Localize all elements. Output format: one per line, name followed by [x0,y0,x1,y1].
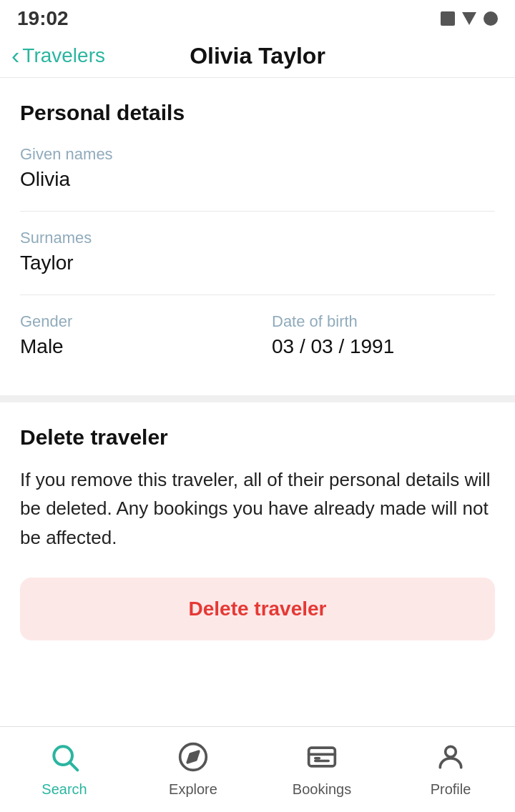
gender-label: Gender [20,312,243,331]
tab-profile[interactable]: Profile [386,727,515,812]
nav-header: ‹ Travelers Olivia Taylor [0,34,515,78]
tab-profile-label: Profile [431,781,471,798]
given-names-field: Given names Olivia [20,145,495,191]
gender-field: Gender Male [20,312,243,358]
tab-search-label: Search [41,781,87,798]
svg-marker-3 [187,751,199,763]
surnames-value: Taylor [20,252,495,274]
delete-description: If you remove this traveler, all of thei… [20,465,495,552]
search-icon [49,741,80,777]
dob-label: Date of birth [272,312,495,331]
back-label: Travelers [22,44,105,67]
given-names-value: Olivia [20,168,495,191]
surnames-field: Surnames Taylor [20,229,495,274]
dob-value: 03 / 03 / 1991 [272,335,495,358]
tab-explore[interactable]: Explore [129,727,258,812]
signal-icon [462,12,476,25]
wifi-icon [484,11,498,26]
dob-field: Date of birth 03 / 03 / 1991 [272,312,495,358]
bookings-icon [306,741,338,777]
explore-icon [177,741,209,777]
delete-traveler-button[interactable]: Delete traveler [20,578,495,640]
surnames-label: Surnames [20,229,495,247]
back-button[interactable]: ‹ Travelers [11,44,105,67]
svg-line-1 [70,763,77,770]
personal-details-title: Personal details [20,101,495,125]
page-title: Olivia Taylor [190,43,325,69]
given-names-label: Given names [20,145,495,164]
svg-rect-4 [309,748,335,766]
section-separator [0,395,515,402]
gender-value: Male [20,335,243,358]
status-time: 19:02 [17,7,69,30]
profile-icon [435,741,466,777]
status-bar: 19:02 [0,0,515,34]
status-icons [441,11,498,26]
tab-explore-label: Explore [169,781,217,798]
delete-section: Delete traveler If you remove this trave… [0,402,515,660]
battery-icon [441,11,455,26]
svg-point-8 [446,746,456,757]
delete-section-title: Delete traveler [20,425,495,450]
tab-bar: Search Explore Bookings [0,726,515,812]
tab-bookings[interactable]: Bookings [258,727,386,812]
tab-bookings-label: Bookings [293,781,351,798]
personal-details-section: Personal details Given names Olivia Surn… [0,78,515,395]
tab-search[interactable]: Search [0,727,129,812]
chevron-left-icon: ‹ [11,43,19,67]
gender-dob-row: Gender Male Date of birth 03 / 03 / 1991 [20,312,495,358]
